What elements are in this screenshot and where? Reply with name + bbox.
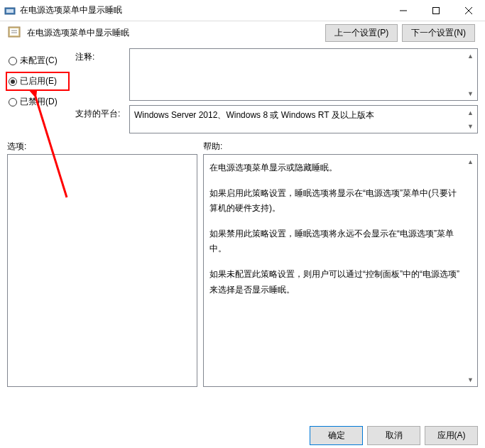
radio-label: 未配置(C) (20, 55, 58, 67)
scroll-up-icon[interactable]: ▲ (465, 156, 476, 167)
radio-unconfigured[interactable]: 未配置(C) (7, 53, 70, 69)
radio-dot-icon (9, 57, 17, 65)
radio-disabled[interactable]: 已禁用(D) (7, 94, 70, 110)
policy-title: 在电源选项菜单中显示睡眠 (27, 27, 320, 39)
svg-rect-3 (433, 7, 440, 13)
radio-enabled[interactable]: 已启用(E) (7, 73, 70, 89)
dialog-buttons: 确定 取消 应用(A) (310, 426, 478, 445)
radio-dot-icon (9, 77, 17, 86)
radio-label: 已启用(E) (20, 75, 57, 87)
supported-text: Windows Server 2012、Windows 8 或 Windows … (130, 106, 477, 125)
help-paragraph: 如果禁用此策略设置，睡眠选项将永远不会显示在“电源选项”菜单中。 (209, 226, 463, 257)
help-paragraph: 如果启用此策略设置，睡眠选项将显示在“电源选项”菜单中(只要计算机的硬件支持)。 (209, 186, 463, 217)
help-label: 帮助: (203, 141, 222, 153)
supported-label: 支持的平台: (75, 105, 125, 133)
help-text: 在电源选项菜单显示或隐藏睡眠。 如果启用此策略设置，睡眠选项将显示在“电源选项”… (204, 155, 477, 313)
comment-label: 注释: (75, 48, 125, 101)
radio-dot-icon (9, 98, 17, 106)
options-label: 选项: (7, 141, 197, 153)
help-paragraph: 如果未配置此策略设置，则用户可以通过“控制面板”中的“电源选项”来选择是否显示睡… (209, 267, 463, 297)
scroll-down-icon[interactable]: ▼ (465, 374, 476, 385)
cancel-button[interactable]: 取消 (367, 426, 420, 445)
options-pane (7, 154, 197, 387)
svg-rect-7 (10, 28, 18, 35)
supported-box: Windows Server 2012、Windows 8 或 Windows … (129, 105, 478, 133)
app-icon (4, 5, 16, 16)
scroll-up-icon[interactable]: ▲ (465, 50, 476, 61)
scroll-up-icon[interactable]: ▲ (465, 107, 476, 118)
prev-setting-button[interactable]: 上一个设置(P) (325, 24, 398, 42)
maximize-button[interactable] (420, 0, 452, 21)
policy-icon (7, 26, 21, 40)
help-paragraph: 在电源选项菜单显示或隐藏睡眠。 (209, 160, 463, 176)
window-controls (387, 0, 485, 21)
ok-button[interactable]: 确定 (310, 426, 363, 445)
svg-rect-1 (6, 9, 13, 13)
window-titlebar: 在电源选项菜单中显示睡眠 (0, 0, 485, 21)
close-button[interactable] (452, 0, 485, 21)
policy-header: 在电源选项菜单中显示睡眠 上一个设置(P) 下一个设置(N) (0, 21, 485, 44)
scroll-down-icon[interactable]: ▼ (465, 121, 476, 131)
minimize-button[interactable] (387, 0, 420, 21)
scroll-down-icon[interactable]: ▼ (465, 88, 476, 99)
radio-label: 已禁用(D) (20, 96, 58, 108)
help-pane: 在电源选项菜单显示或隐藏睡眠。 如果启用此策略设置，睡眠选项将显示在“电源选项”… (203, 154, 478, 387)
comment-textarea[interactable]: ▲ ▼ (129, 48, 478, 101)
next-setting-button[interactable]: 下一个设置(N) (402, 24, 475, 42)
config-radio-group: 未配置(C) 已启用(E) 已禁用(D) (7, 48, 70, 133)
window-title: 在电源选项菜单中显示睡眠 (20, 4, 387, 16)
apply-button[interactable]: 应用(A) (425, 426, 478, 445)
